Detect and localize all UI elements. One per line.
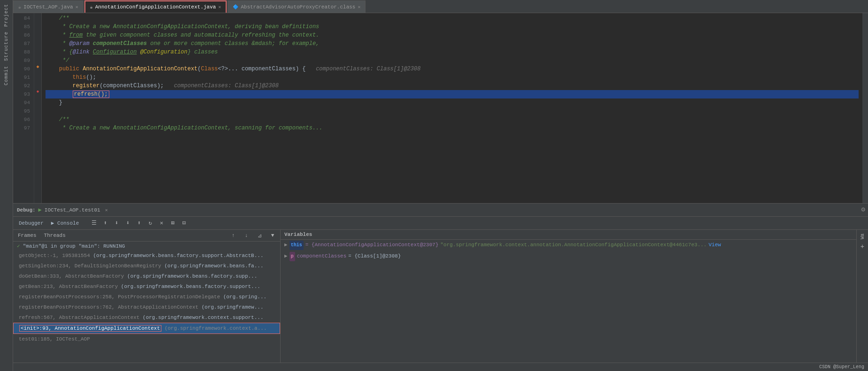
debug-toolbar: Debugger ▶ Console ☰ ⬆ ⬇ ⬇ ⬆ ↻ ✕ ⊞ ⊟ [13,217,868,230]
debug-panel: Debug: ▶ IOCTest_AOP.test01 ✕ ⚙ Debugger… [13,203,868,363]
frame-item-2[interactable]: doGetBean:333, AbstractBeanFactory (org.… [13,271,280,281]
left-sidebar: Project Structure Commit [0,0,13,371]
watches-panel: Wa + [856,230,868,363]
tab-debugger[interactable]: Debugger [16,219,46,228]
add-watch-btn[interactable]: + [860,243,864,250]
btn-table-view[interactable]: ⊞ [168,219,177,228]
expand-componentclasses[interactable]: ▶ [284,252,288,260]
frames-down[interactable]: ↓ [242,231,251,240]
tab-annotationconfig[interactable]: ☕ AnnotationConfigApplicationContext.jav… [84,0,227,13]
thread-row: ✓ "main"@1 in group "main": RUNNING [13,242,280,250]
right-gutter [862,13,868,203]
frames-list: getObject:-1, 195381554 (org.springframe… [13,250,280,363]
expand-this[interactable]: ▶ [284,241,288,249]
btn-step-down[interactable]: ⬇ [112,219,121,228]
tab-label-1: IOCTest_AOP.java [23,4,73,10]
code-line-96: /** [46,115,859,124]
debug-run-icon: ▶ [38,206,42,213]
tab-label-3: AbstractAdvisorAutoProxyCreator.class [241,4,355,10]
frames-filter[interactable]: ⊿ [255,231,264,240]
code-line-93: refresh(); [46,90,859,98]
close-tab-2[interactable]: ✕ [218,4,221,10]
code-container: 84 85 86 87 88 89 90 91 92 93 94 95 96 9… [13,13,868,203]
debug-content: Frames Threads ↑ ↓ ⊿ ▼ ✓ "main"@1 in gro… [13,230,868,363]
btn-step-into-force[interactable]: ⬇ [123,219,132,228]
variables-header: Variables [281,230,856,240]
code-line-94: } [46,98,859,107]
frame-item-5[interactable]: registerBeanPostProcessors:762, Abstract… [13,302,280,312]
btn-run-to-cursor[interactable]: ↻ [145,219,155,228]
frame-item-1[interactable]: getSingleton:234, DefaultSingletonBeanRe… [13,261,280,271]
code-line-97: * Create a new AnnotationConfigApplicati… [46,124,859,132]
code-line-86: * from the given component classes and a… [46,31,859,39]
code-line-91: this(); [46,73,859,82]
gutter: ◆ ● [34,13,42,203]
debug-run-name: IOCTest_AOP.test01 [45,207,100,213]
editor-area: 84 85 86 87 88 89 90 91 92 93 94 95 96 9… [13,13,868,203]
btn-list[interactable]: ☰ [89,219,99,228]
code-line-92: register(componentClasses); componentCla… [46,82,859,90]
debug-header: Debug: ▶ IOCTest_AOP.test01 ✕ ⚙ [13,204,868,217]
frame-item-0[interactable]: getObject:-1, 195381554 (org.springframe… [13,250,280,261]
credit-label: CSDN @Super_Leng [819,364,864,370]
code-line-87: * @param componentClasses one or more co… [46,39,859,48]
sidebar-commit[interactable]: Commit [4,64,9,87]
btn-evaluate[interactable]: ✕ [157,219,166,228]
frames-tab[interactable]: Frames [16,232,38,239]
code-line-84: /** [46,14,859,23]
tab-console[interactable]: ▶ Console [48,219,82,228]
frames-panel: Frames Threads ↑ ↓ ⊿ ▼ ✓ "main"@1 in gro… [13,230,281,363]
frame-item-3[interactable]: getBean:213, AbstractBeanFactory (org.sp… [13,281,280,292]
thread-check-icon: ✓ [17,243,20,249]
main-area: ☕ IOCTest_AOP.java ✕ ☕ AnnotationConfigA… [13,0,868,371]
code-content[interactable]: /** * Create a new AnnotationConfigAppli… [42,13,862,203]
class-icon-3: 🔷 [233,4,238,10]
code-line-90: public AnnotationConfigApplicationContex… [46,65,859,73]
tabs-bar: ☕ IOCTest_AOP.java ✕ ☕ AnnotationConfigA… [13,0,868,13]
tab-abstractadvisor[interactable]: 🔷 AbstractAdvisorAutoProxyCreator.class … [228,0,365,13]
frame-item-7[interactable]: <init>:93, AnnotationConfigApplicationCo… [13,323,280,334]
code-line-89: */ [46,56,859,65]
code-line-85: * Create a new AnnotationConfigApplicati… [46,23,859,31]
close-tab-3[interactable]: ✕ [358,4,360,10]
frames-header: Frames Threads ↑ ↓ ⊿ ▼ [13,230,280,242]
java-icon-2: ☕ [90,4,93,10]
close-debug-tab[interactable]: ✕ [105,207,108,213]
thread-label: "main"@1 in group "main": RUNNING [23,243,125,249]
btn-step-over[interactable]: ⬆ [100,219,110,228]
sidebar-structure[interactable]: Structure [4,30,9,63]
var-name-this: = {AnnotationConfigApplicationContext@23… [305,241,439,249]
status-bar: CSDN @Super_Leng [13,363,868,371]
var-name-componentclasses: componentClasses [297,252,347,260]
variable-componentclasses[interactable]: ▶ p componentClasses = {Class[1]@2308} [281,251,856,262]
gear-icon[interactable]: ⚙ [861,205,865,213]
java-icon-1: ☕ [18,4,21,10]
tab-label-2: AnnotationConfigApplicationContext.java [95,4,216,10]
code-line-88: * {@link Configuration @Configuration} c… [46,48,859,56]
var-eq-2: = {Class[1]@2308} [348,252,401,260]
var-type-this: this [289,241,304,250]
variables-panel: Variables ▶ this = {AnnotationConfigAppl… [281,230,856,363]
frame-item-4[interactable]: registerBeanPostProcessors:258, PostProc… [13,292,280,302]
frame-item-8[interactable]: test01:185, IOCTest_AOP [13,334,280,344]
frames-up[interactable]: ↑ [228,231,238,240]
close-tab-1[interactable]: ✕ [76,4,78,10]
frames-expand[interactable]: ▼ [268,231,277,240]
view-link-this[interactable]: View [708,241,721,249]
btn-step-out[interactable]: ⬆ [134,219,144,228]
variable-this[interactable]: ▶ this = {AnnotationConfigApplicationCon… [281,240,856,251]
debug-label: Debug: [17,207,36,213]
btn-mute[interactable]: ⊟ [179,219,189,228]
code-line-95 [46,107,859,115]
sidebar-project[interactable]: Project [4,2,9,29]
watches-label[interactable]: Wa [860,232,865,241]
var-type-p: p [289,252,295,261]
frame-item-6[interactable]: refresh:567, AbstractApplicationContext … [13,312,280,323]
tab-ioctest[interactable]: ☕ IOCTest_AOP.java ✕ [13,0,84,13]
var-val-this: "org.springframework.context.annotation.… [441,241,707,249]
line-numbers: 84 85 86 87 88 89 90 91 92 93 94 95 96 9… [13,13,34,203]
threads-tab[interactable]: Threads [42,232,68,239]
